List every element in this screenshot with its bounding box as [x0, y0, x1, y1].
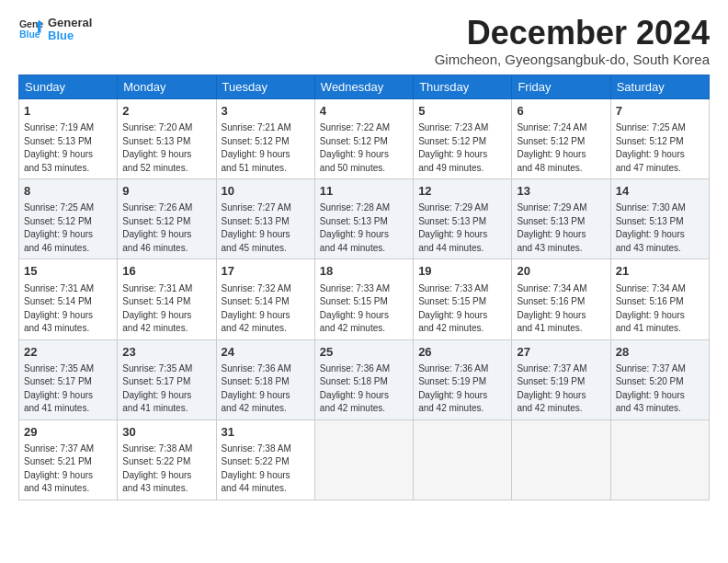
table-row: 26Sunrise: 7:36 AMSunset: 5:19 PMDayligh… — [414, 339, 512, 419]
calendar-page: General Blue General Blue December 2024 … — [0, 0, 728, 510]
table-row: 15Sunrise: 7:31 AMSunset: 5:14 PMDayligh… — [19, 259, 118, 339]
header-saturday: Saturday — [610, 75, 709, 99]
day-number: 27 — [517, 344, 605, 361]
day-number: 16 — [122, 263, 210, 280]
table-row: 2Sunrise: 7:20 AMSunset: 5:13 PMDaylight… — [118, 99, 216, 179]
day-info: Sunrise: 7:21 AMSunset: 5:12 PMDaylight:… — [222, 121, 310, 175]
day-info: Sunrise: 7:23 AMSunset: 5:12 PMDaylight:… — [418, 121, 506, 175]
day-number: 3 — [222, 103, 310, 120]
day-info: Sunrise: 7:27 AMSunset: 5:13 PMDaylight:… — [222, 201, 310, 255]
table-row: 3Sunrise: 7:21 AMSunset: 5:12 PMDaylight… — [216, 99, 314, 179]
day-number: 31 — [222, 424, 310, 441]
calendar-week-row: 8Sunrise: 7:25 AMSunset: 5:12 PMDaylight… — [19, 179, 710, 259]
day-info: Sunrise: 7:37 AMSunset: 5:20 PMDaylight:… — [616, 362, 704, 416]
day-info: Sunrise: 7:38 AMSunset: 5:22 PMDaylight:… — [222, 442, 310, 496]
table-row: 19Sunrise: 7:33 AMSunset: 5:15 PMDayligh… — [414, 259, 512, 339]
table-row: 7Sunrise: 7:25 AMSunset: 5:12 PMDaylight… — [610, 99, 709, 179]
table-row: 4Sunrise: 7:22 AMSunset: 5:12 PMDaylight… — [314, 99, 413, 179]
day-info: Sunrise: 7:34 AMSunset: 5:16 PMDaylight:… — [616, 282, 704, 336]
day-info: Sunrise: 7:20 AMSunset: 5:13 PMDaylight:… — [122, 121, 210, 175]
day-info: Sunrise: 7:31 AMSunset: 5:14 PMDaylight:… — [122, 282, 210, 336]
table-row: 5Sunrise: 7:23 AMSunset: 5:12 PMDaylight… — [414, 99, 512, 179]
table-row: 30Sunrise: 7:38 AMSunset: 5:22 PMDayligh… — [118, 419, 216, 500]
table-row: 29Sunrise: 7:37 AMSunset: 5:21 PMDayligh… — [19, 419, 118, 500]
table-row: 10Sunrise: 7:27 AMSunset: 5:13 PMDayligh… — [216, 179, 314, 259]
table-row: 6Sunrise: 7:24 AMSunset: 5:12 PMDaylight… — [512, 99, 610, 179]
day-number: 25 — [320, 344, 408, 361]
title-block: December 2024 Gimcheon, Gyeongsangbuk-do… — [435, 17, 710, 67]
header-wednesday: Wednesday — [314, 75, 413, 99]
calendar-week-row: 22Sunrise: 7:35 AMSunset: 5:17 PMDayligh… — [19, 339, 710, 419]
logo-line1: General — [48, 17, 92, 29]
day-number: 30 — [122, 424, 210, 441]
table-row: 18Sunrise: 7:33 AMSunset: 5:15 PMDayligh… — [314, 259, 413, 339]
table-row: 28Sunrise: 7:37 AMSunset: 5:20 PMDayligh… — [610, 339, 709, 419]
day-number: 2 — [122, 103, 210, 120]
table-row: 16Sunrise: 7:31 AMSunset: 5:14 PMDayligh… — [118, 259, 216, 339]
day-info: Sunrise: 7:29 AMSunset: 5:13 PMDaylight:… — [418, 201, 506, 255]
header-friday: Friday — [512, 75, 610, 99]
header-monday: Monday — [118, 75, 216, 99]
table-row: 31Sunrise: 7:38 AMSunset: 5:22 PMDayligh… — [216, 419, 314, 500]
header-thursday: Thursday — [414, 75, 512, 99]
day-number: 26 — [418, 344, 506, 361]
day-info: Sunrise: 7:32 AMSunset: 5:14 PMDaylight:… — [222, 282, 310, 336]
day-info: Sunrise: 7:31 AMSunset: 5:14 PMDaylight:… — [24, 282, 112, 336]
day-number: 6 — [517, 103, 605, 120]
table-row — [314, 419, 413, 500]
day-info: Sunrise: 7:36 AMSunset: 5:18 PMDaylight:… — [222, 362, 310, 416]
day-info: Sunrise: 7:28 AMSunset: 5:13 PMDaylight:… — [320, 201, 408, 255]
day-info: Sunrise: 7:38 AMSunset: 5:22 PMDaylight:… — [122, 442, 210, 496]
weekday-header-row: Sunday Monday Tuesday Wednesday Thursday… — [19, 75, 710, 99]
table-row: 14Sunrise: 7:30 AMSunset: 5:13 PMDayligh… — [610, 179, 709, 259]
table-row: 21Sunrise: 7:34 AMSunset: 5:16 PMDayligh… — [610, 259, 709, 339]
svg-text:Blue: Blue — [19, 29, 40, 40]
day-number: 7 — [616, 103, 704, 120]
day-number: 21 — [616, 263, 704, 280]
day-number: 24 — [222, 344, 310, 361]
day-number: 14 — [616, 183, 704, 200]
day-info: Sunrise: 7:33 AMSunset: 5:15 PMDaylight:… — [320, 282, 408, 336]
day-number: 22 — [24, 344, 112, 361]
table-row: 9Sunrise: 7:26 AMSunset: 5:12 PMDaylight… — [118, 179, 216, 259]
day-info: Sunrise: 7:35 AMSunset: 5:17 PMDaylight:… — [24, 362, 112, 416]
day-number: 19 — [418, 263, 506, 280]
header-sunday: Sunday — [19, 75, 118, 99]
logo: General Blue General Blue — [18, 17, 92, 43]
day-info: Sunrise: 7:24 AMSunset: 5:12 PMDaylight:… — [517, 121, 605, 175]
day-info: Sunrise: 7:29 AMSunset: 5:13 PMDaylight:… — [517, 201, 605, 255]
table-row: 23Sunrise: 7:35 AMSunset: 5:17 PMDayligh… — [118, 339, 216, 419]
header-tuesday: Tuesday — [216, 75, 314, 99]
day-info: Sunrise: 7:37 AMSunset: 5:21 PMDaylight:… — [24, 442, 112, 496]
day-info: Sunrise: 7:34 AMSunset: 5:16 PMDaylight:… — [517, 282, 605, 336]
logo-icon: General Blue — [18, 17, 44, 42]
day-info: Sunrise: 7:36 AMSunset: 5:19 PMDaylight:… — [418, 362, 506, 416]
month-title: December 2024 — [435, 17, 710, 50]
day-number: 20 — [517, 263, 605, 280]
day-number: 13 — [517, 183, 605, 200]
table-row: 24Sunrise: 7:36 AMSunset: 5:18 PMDayligh… — [216, 339, 314, 419]
day-number: 28 — [616, 344, 704, 361]
calendar-week-row: 29Sunrise: 7:37 AMSunset: 5:21 PMDayligh… — [19, 419, 710, 500]
table-row: 20Sunrise: 7:34 AMSunset: 5:16 PMDayligh… — [512, 259, 610, 339]
day-number: 4 — [320, 103, 408, 120]
calendar-week-row: 1Sunrise: 7:19 AMSunset: 5:13 PMDaylight… — [19, 99, 710, 179]
day-info: Sunrise: 7:30 AMSunset: 5:13 PMDaylight:… — [616, 201, 704, 255]
table-row: 17Sunrise: 7:32 AMSunset: 5:14 PMDayligh… — [216, 259, 314, 339]
table-row: 1Sunrise: 7:19 AMSunset: 5:13 PMDaylight… — [19, 99, 118, 179]
day-number: 18 — [320, 263, 408, 280]
day-number: 15 — [24, 263, 112, 280]
table-row: 11Sunrise: 7:28 AMSunset: 5:13 PMDayligh… — [314, 179, 413, 259]
table-row — [414, 419, 512, 500]
table-row: 27Sunrise: 7:37 AMSunset: 5:19 PMDayligh… — [512, 339, 610, 419]
day-number: 12 — [418, 183, 506, 200]
day-info: Sunrise: 7:25 AMSunset: 5:12 PMDaylight:… — [24, 201, 112, 255]
day-info: Sunrise: 7:33 AMSunset: 5:15 PMDaylight:… — [418, 282, 506, 336]
table-row: 8Sunrise: 7:25 AMSunset: 5:12 PMDaylight… — [19, 179, 118, 259]
day-number: 10 — [222, 183, 310, 200]
location-subtitle: Gimcheon, Gyeongsangbuk-do, South Korea — [435, 52, 710, 67]
day-number: 8 — [24, 183, 112, 200]
header: General Blue General Blue December 2024 … — [18, 17, 710, 67]
table-row: 25Sunrise: 7:36 AMSunset: 5:18 PMDayligh… — [314, 339, 413, 419]
table-row — [512, 419, 610, 500]
